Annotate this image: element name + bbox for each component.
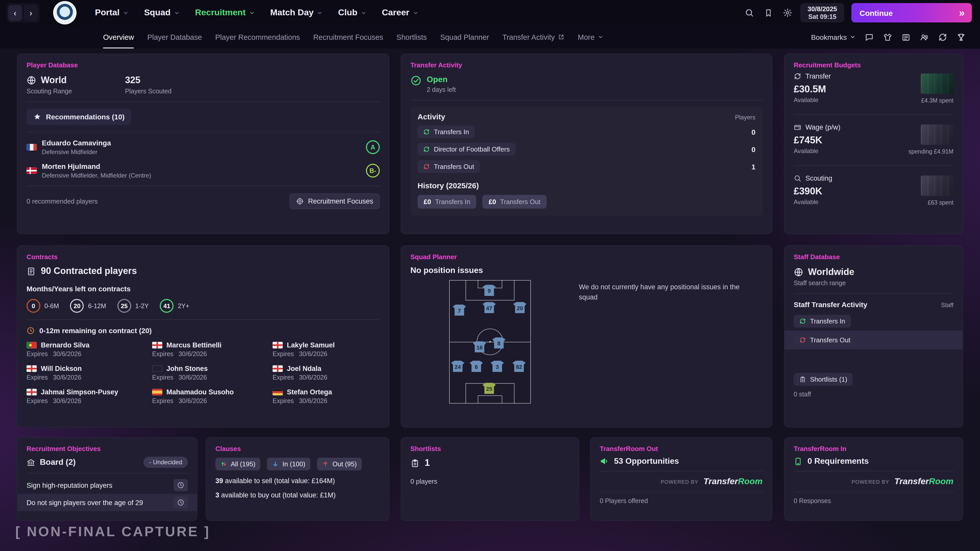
gear-icon[interactable] bbox=[783, 8, 792, 17]
staff-transfers-in-chip[interactable]: Transfers In bbox=[794, 315, 851, 327]
transferroom-out-card[interactable]: TransferRoom Out 53 Opportunities POWERE… bbox=[590, 437, 772, 521]
transfer-out-icon bbox=[423, 163, 430, 170]
players-scouted: 325 Players Scouted bbox=[125, 75, 172, 95]
wallet-icon bbox=[794, 124, 801, 131]
player-shirt[interactable]: 6 bbox=[469, 361, 483, 372]
nav-career[interactable]: Career bbox=[382, 8, 418, 18]
recruitment-objectives-card[interactable]: Recruitment Objectives Board (2) - Undec… bbox=[17, 437, 197, 521]
game-date[interactable]: 30/8/2025 Sat 09:15 bbox=[800, 3, 844, 22]
tab-more[interactable]: More bbox=[578, 26, 603, 48]
club-crest[interactable] bbox=[53, 1, 76, 24]
chat-icon[interactable] bbox=[865, 32, 874, 41]
contract-player[interactable]: Mahamadou Susoho Expires30/6/2026 bbox=[152, 388, 272, 405]
recruitment-focuses-button[interactable]: Recruitment Focuses bbox=[290, 193, 380, 209]
globe-icon bbox=[27, 76, 36, 85]
tab-player-recommendations[interactable]: Player Recommendations bbox=[215, 26, 300, 48]
subnav-right: Bookmarks bbox=[811, 32, 966, 41]
sync-icon[interactable] bbox=[938, 32, 947, 41]
trophy-icon[interactable] bbox=[956, 32, 966, 41]
clauses-all-chip[interactable]: All (195) bbox=[215, 457, 261, 470]
player-shirt[interactable]: 3 bbox=[490, 361, 504, 372]
band-1-2y: 251-2Y bbox=[118, 299, 149, 313]
staff-database-card[interactable]: Staff Database Worldwide Staff search ra… bbox=[784, 245, 963, 427]
news-icon[interactable] bbox=[901, 32, 911, 41]
country-flag bbox=[272, 389, 283, 395]
nav-portal[interactable]: Portal bbox=[95, 8, 129, 18]
player-shirt[interactable]: 24 bbox=[451, 361, 465, 372]
staff-shortlists-chip[interactable]: Shortlists (1) bbox=[794, 373, 853, 386]
band-0-6m: 00-6M bbox=[27, 299, 59, 313]
chevron-down-icon bbox=[598, 34, 603, 40]
tab-recruitment-focuses[interactable]: Recruitment Focuses bbox=[313, 26, 383, 48]
dof-offers-chip[interactable]: Director of Football Offers bbox=[417, 143, 515, 156]
contract-player[interactable]: Stefan Ortega Expires30/6/2026 bbox=[272, 388, 380, 405]
social-icon[interactable] bbox=[920, 32, 929, 41]
contract-player[interactable]: Will Dickson Expires30/6/2026 bbox=[27, 365, 152, 381]
contract-player[interactable]: Joel Ndala Expires30/6/2026 bbox=[272, 365, 380, 381]
player-shirt[interactable]: 47 bbox=[483, 302, 496, 313]
clauses-card[interactable]: Clauses All (195) In (100) Out (95) bbox=[206, 437, 390, 521]
player-shirt[interactable]: 9 bbox=[483, 285, 496, 296]
external-link-icon bbox=[558, 34, 565, 40]
player-shirt[interactable]: 20 bbox=[513, 302, 527, 313]
scout-grade-badge: A bbox=[366, 140, 380, 154]
scouting-budget: Scouting £390K Available £63 spent bbox=[794, 171, 953, 211]
transferroom-in-card[interactable]: TransferRoom In 0 Requirements POWERED B… bbox=[784, 437, 963, 521]
objective-history-button[interactable] bbox=[173, 479, 188, 491]
shirt-icon[interactable] bbox=[883, 32, 892, 41]
shortlists-card[interactable]: Shortlists 1 0 players bbox=[401, 437, 579, 521]
country-flag bbox=[152, 365, 162, 372]
search-icon[interactable] bbox=[745, 8, 754, 17]
recruitment-budgets-card[interactable]: Recruitment Budgets Transfer £30.5M Avai… bbox=[784, 54, 963, 234]
tab-shortlists[interactable]: Shortlists bbox=[396, 26, 427, 48]
contract-player[interactable]: Jahmai Simpson-Pusey Expires30/6/2026 bbox=[27, 388, 152, 405]
nav-match-day[interactable]: Match Day bbox=[270, 8, 323, 18]
card-title: Squad Planner bbox=[410, 253, 762, 261]
nav-club[interactable]: Club bbox=[338, 8, 367, 18]
contract-player[interactable]: Bernardo Silva Expires30/6/2026 bbox=[27, 341, 152, 358]
continue-button[interactable]: Continue » bbox=[851, 3, 972, 22]
objective-row[interactable]: Sign high-reputation players bbox=[18, 476, 197, 494]
contracts-card[interactable]: Contracts 90 Contracted players Months/Y… bbox=[17, 245, 390, 427]
player-shirt[interactable]: 7 bbox=[453, 304, 466, 316]
back-button[interactable]: ‹ bbox=[8, 5, 22, 21]
transfer-activity-card[interactable]: Transfer Activity Open 2 days left Activ… bbox=[401, 54, 772, 234]
bookmarks-dropdown[interactable]: Bookmarks bbox=[811, 33, 856, 41]
transfers-in-chip[interactable]: Transfers In bbox=[417, 125, 475, 138]
recommended-player-row[interactable]: Morten Hjulmand Defensive Midfielder, Mi… bbox=[27, 162, 380, 179]
tab-player-database[interactable]: Player Database bbox=[147, 26, 202, 48]
history-transfers-in-chip[interactable]: £0 Transfers In bbox=[417, 195, 476, 209]
card-title: Recruitment Budgets bbox=[794, 61, 953, 69]
card-title: Transfer Activity bbox=[410, 61, 762, 69]
tab-overview[interactable]: Overview bbox=[103, 26, 134, 48]
bookmark-icon[interactable] bbox=[764, 8, 773, 17]
staff-activity-row: Transfers In bbox=[784, 312, 963, 330]
goalkeeper-shirt[interactable]: 25 bbox=[483, 383, 496, 394]
scouting-icon bbox=[794, 175, 801, 182]
clauses-in-chip[interactable]: In (100) bbox=[267, 457, 310, 470]
objective-row-selected[interactable]: Do not sign players over the age of 29 bbox=[18, 494, 197, 511]
objective-history-button[interactable] bbox=[173, 496, 188, 509]
contract-player[interactable]: John Stones Expires30/6/2026 bbox=[152, 365, 272, 381]
player-shirt[interactable]: 8 bbox=[492, 338, 506, 349]
staff-transfers-out-chip[interactable]: Transfers Out bbox=[794, 333, 856, 346]
history-transfers-out-chip[interactable]: £0 Transfers Out bbox=[483, 195, 547, 209]
recommendations-button[interactable]: Recommendations (10) bbox=[27, 109, 131, 125]
squad-planner-card[interactable]: Squad Planner No position issues 9 7 47 … bbox=[401, 245, 772, 427]
tab-transfer-activity[interactable]: Transfer Activity bbox=[503, 26, 565, 48]
clauses-out-chip[interactable]: Out (95) bbox=[317, 457, 362, 470]
nav-recruitment[interactable]: Recruitment bbox=[195, 8, 255, 18]
objectives-status-chip[interactable]: - Undecided bbox=[144, 457, 188, 468]
recommended-player-row[interactable]: Eduardo Camavinga Defensive Midfielder A bbox=[27, 139, 380, 156]
contract-player[interactable]: Lakyle Samuel Expires30/6/2026 bbox=[272, 341, 380, 358]
nav-squad[interactable]: Squad bbox=[144, 8, 180, 18]
clauses-all-icon bbox=[221, 461, 227, 467]
contract-player[interactable]: Marcus Bettinelli Expires30/6/2026 bbox=[152, 341, 272, 358]
player-database-card[interactable]: Player Database World Scouting Range 325… bbox=[17, 54, 390, 234]
player-shirt[interactable]: 16 bbox=[473, 341, 486, 352]
player-shirt[interactable]: 82 bbox=[512, 361, 526, 372]
tab-squad-planner[interactable]: Squad Planner bbox=[440, 26, 489, 48]
forward-button[interactable]: › bbox=[24, 5, 38, 21]
megaphone-icon bbox=[600, 457, 609, 466]
transfers-out-chip[interactable]: Transfers Out bbox=[417, 160, 480, 173]
